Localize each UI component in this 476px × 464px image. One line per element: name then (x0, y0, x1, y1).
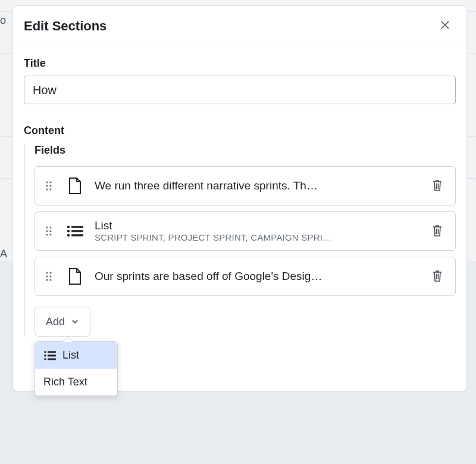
delete-button[interactable] (429, 267, 446, 287)
add-button-label: Add (46, 316, 65, 328)
bg-text-fragment: A (0, 248, 7, 260)
dropdown-item-list[interactable]: List (35, 342, 117, 369)
fields-label: Fields (35, 144, 456, 157)
svg-point-14 (46, 233, 48, 235)
document-icon (65, 267, 85, 285)
svg-point-26 (46, 275, 48, 277)
chevron-down-icon (71, 317, 79, 326)
svg-point-12 (46, 230, 48, 232)
title-input[interactable] (24, 76, 456, 104)
svg-point-5 (49, 185, 51, 186)
dropdown-item-richtext[interactable]: Rich Text (35, 369, 117, 396)
svg-point-13 (49, 230, 51, 232)
document-icon (65, 177, 85, 195)
svg-point-6 (46, 188, 48, 190)
svg-rect-17 (71, 226, 83, 228)
svg-rect-37 (48, 358, 56, 360)
svg-rect-35 (48, 354, 56, 356)
modal-header: Edit Sections (13, 6, 466, 45)
edit-sections-modal: Edit Sections Title Content Fields We ru… (12, 5, 467, 391)
svg-point-16 (67, 226, 70, 228)
svg-point-34 (44, 354, 46, 357)
bg-text-fragment: o (0, 14, 6, 27)
svg-point-2 (46, 181, 48, 183)
svg-point-25 (49, 272, 51, 273)
close-button[interactable] (437, 17, 453, 35)
trash-icon (431, 179, 443, 192)
add-button[interactable]: Add (35, 307, 90, 337)
svg-rect-21 (71, 234, 83, 236)
drag-handle-icon[interactable] (42, 179, 55, 192)
close-icon (439, 19, 451, 31)
field-title: List (95, 220, 429, 232)
svg-point-15 (49, 233, 51, 235)
svg-point-28 (46, 279, 48, 281)
svg-point-24 (46, 272, 48, 273)
svg-point-10 (46, 226, 48, 228)
svg-rect-19 (71, 230, 83, 232)
trash-icon (431, 269, 443, 282)
dropdown-item-label: Rich Text (43, 376, 87, 388)
svg-point-20 (67, 234, 70, 236)
field-text: We run three different narrative sprints… (95, 179, 429, 192)
field-text: Our sprints are based off of Google's De… (95, 270, 429, 283)
svg-point-29 (49, 279, 51, 281)
field-row[interactable]: We run three different narrative sprints… (35, 166, 456, 205)
delete-button[interactable] (429, 176, 446, 196)
fields-block: Fields We run three different narrative … (24, 144, 456, 337)
svg-point-36 (44, 358, 46, 360)
dropdown-item-label: List (62, 349, 79, 362)
title-label: Title (24, 57, 456, 70)
field-row[interactable]: Our sprints are based off of Google's De… (35, 257, 456, 296)
svg-point-32 (44, 351, 46, 353)
trash-icon (431, 224, 443, 237)
field-row[interactable]: List SCRIPT SPRINT, PROJECT SPRINT, CAMP… (35, 211, 456, 251)
svg-point-7 (49, 188, 51, 190)
svg-rect-33 (48, 351, 56, 353)
svg-point-3 (49, 181, 51, 183)
drag-handle-icon[interactable] (42, 225, 55, 238)
add-dropdown: List Rich Text (35, 341, 118, 396)
modal-body: Title Content Fields We run three differ… (13, 45, 466, 351)
modal-title: Edit Sections (24, 18, 107, 34)
drag-handle-icon[interactable] (42, 270, 55, 283)
list-icon (65, 224, 85, 238)
field-subtitle: SCRIPT SPRINT, PROJECT SPRINT, CAMPAIGN … (95, 232, 429, 242)
svg-point-4 (46, 185, 48, 186)
content-label: Content (24, 124, 456, 137)
svg-point-27 (49, 275, 51, 277)
list-icon (43, 350, 57, 361)
svg-point-11 (49, 226, 51, 228)
svg-point-18 (67, 230, 70, 232)
delete-button[interactable] (429, 222, 446, 241)
